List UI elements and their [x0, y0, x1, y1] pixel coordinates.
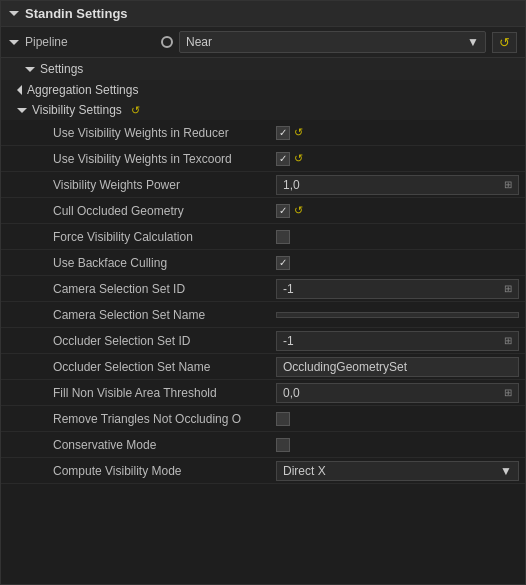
use-visibility-weights-texcoord-value: ↺ — [276, 152, 525, 166]
compute-visibility-dropdown[interactable]: Direct X ▼ — [276, 461, 519, 481]
pipeline-circle-icon — [161, 36, 173, 48]
camera-selection-set-name-label: Camera Selection Set Name — [1, 308, 276, 322]
visibility-weights-power-label: Visibility Weights Power — [1, 178, 276, 192]
visibility-weights-spin-icon: ⊞ — [504, 179, 512, 190]
use-backface-culling-label: Use Backface Culling — [1, 256, 276, 270]
occluder-selection-set-name-value-col: OccludingGeometrySet — [276, 357, 525, 377]
use-visibility-weights-reducer-value: ↺ — [276, 126, 525, 140]
occluder-selection-set-name-row: Occluder Selection Set Name OccludingGeo… — [1, 354, 525, 380]
use-visibility-weights-texcoord-row: Use Visibility Weights in Texcoord ↺ — [1, 146, 525, 172]
occluder-selection-set-name-label: Occluder Selection Set Name — [1, 360, 276, 374]
camera-selection-set-id-input[interactable]: -1 ⊞ — [276, 279, 519, 299]
pipeline-select[interactable]: Near ▼ — [179, 31, 486, 53]
fill-non-visible-area-row: Fill Non Visible Area Threshold 0,0 ⊞ — [1, 380, 525, 406]
conservative-mode-value — [276, 438, 525, 452]
cull-occluded-geometry-label: Cull Occluded Geometry — [1, 204, 276, 218]
panel-title: Standin Settings — [25, 6, 128, 21]
remove-triangles-label: Remove Triangles Not Occluding O — [1, 412, 276, 426]
settings-label: Settings — [40, 62, 83, 76]
remove-triangles-value — [276, 412, 525, 426]
camera-selection-set-id-label: Camera Selection Set ID — [1, 282, 276, 296]
settings-section-header[interactable]: Settings — [1, 58, 525, 80]
use-visibility-texcoord-checkbox[interactable] — [276, 152, 290, 166]
visibility-collapse-icon — [17, 108, 27, 113]
use-visibility-weights-reducer-row: Use Visibility Weights in Reducer ↺ — [1, 120, 525, 146]
visibility-section-header[interactable]: Visibility Settings ↺ — [1, 100, 525, 120]
aggregation-expand-icon — [17, 85, 22, 95]
compute-visibility-dropdown-arrow: ▼ — [500, 464, 512, 478]
force-visibility-calculation-label: Force Visibility Calculation — [1, 230, 276, 244]
pipeline-dropdown-arrow: ▼ — [467, 35, 479, 49]
fill-non-visible-spin-icon: ⊞ — [504, 387, 512, 398]
occluder-selection-set-id-input[interactable]: -1 ⊞ — [276, 331, 519, 351]
aggregation-label: Aggregation Settings — [27, 83, 138, 97]
pipeline-collapse-icon — [9, 40, 19, 45]
conservative-mode-row: Conservative Mode — [1, 432, 525, 458]
use-visibility-texcoord-reset-icon[interactable]: ↺ — [294, 152, 303, 165]
occluder-selection-set-name-input[interactable]: OccludingGeometrySet — [276, 357, 519, 377]
use-visibility-weights-texcoord-label: Use Visibility Weights in Texcoord — [1, 152, 276, 166]
settings-collapse-icon — [25, 67, 35, 72]
camera-selection-set-id-value-col: -1 ⊞ — [276, 279, 525, 299]
occluder-selection-set-id-row: Occluder Selection Set ID -1 ⊞ — [1, 328, 525, 354]
use-visibility-weights-reducer-checkbox[interactable] — [276, 126, 290, 140]
use-visibility-reducer-reset-icon[interactable]: ↺ — [294, 126, 303, 139]
force-visibility-calculation-value — [276, 230, 525, 244]
standin-settings-panel: Standin Settings Pipeline Near ▼ ↺ Setti… — [0, 0, 526, 585]
use-visibility-weights-reducer-label: Use Visibility Weights in Reducer — [1, 126, 276, 140]
compute-visibility-mode-label: Compute Visibility Mode — [1, 464, 276, 478]
cull-occluded-geometry-row: Cull Occluded Geometry ↺ — [1, 198, 525, 224]
camera-selection-set-name-row: Camera Selection Set Name — [1, 302, 525, 328]
compute-visibility-mode-row: Compute Visibility Mode Direct X ▼ — [1, 458, 525, 484]
force-visibility-checkbox[interactable] — [276, 230, 290, 244]
aggregation-section-header[interactable]: Aggregation Settings — [1, 80, 525, 100]
conservative-mode-checkbox[interactable] — [276, 438, 290, 452]
cull-occluded-geometry-value: ↺ — [276, 204, 525, 218]
camera-selection-set-id-row: Camera Selection Set ID -1 ⊞ — [1, 276, 525, 302]
conservative-mode-label: Conservative Mode — [1, 438, 276, 452]
visibility-weights-power-row: Visibility Weights Power 1,0 ⊞ — [1, 172, 525, 198]
cull-occluded-checkbox[interactable] — [276, 204, 290, 218]
cull-occluded-reset-icon[interactable]: ↺ — [294, 204, 303, 217]
fill-non-visible-area-value-col: 0,0 ⊞ — [276, 383, 525, 403]
camera-id-spin-icon: ⊞ — [504, 283, 512, 294]
backface-culling-checkbox[interactable] — [276, 256, 290, 270]
fill-non-visible-area-label: Fill Non Visible Area Threshold — [1, 386, 276, 400]
pipeline-value: Near — [186, 35, 212, 49]
panel-header: Standin Settings — [1, 1, 525, 27]
visibility-reset-icon[interactable]: ↺ — [131, 104, 140, 117]
remove-triangles-row: Remove Triangles Not Occluding O — [1, 406, 525, 432]
force-visibility-calculation-row: Force Visibility Calculation — [1, 224, 525, 250]
occluder-id-spin-icon: ⊞ — [504, 335, 512, 346]
pipeline-label: Pipeline — [25, 35, 155, 49]
visibility-label: Visibility Settings — [32, 103, 122, 117]
use-backface-culling-value — [276, 256, 525, 270]
pipeline-row: Pipeline Near ▼ ↺ — [1, 27, 525, 58]
collapse-icon — [9, 11, 19, 16]
visibility-weights-power-input[interactable]: 1,0 ⊞ — [276, 175, 519, 195]
fill-non-visible-area-input[interactable]: 0,0 ⊞ — [276, 383, 519, 403]
use-backface-culling-row: Use Backface Culling — [1, 250, 525, 276]
compute-visibility-mode-value-col: Direct X ▼ — [276, 461, 525, 481]
remove-triangles-checkbox[interactable] — [276, 412, 290, 426]
pipeline-refresh-button[interactable]: ↺ — [492, 32, 517, 53]
visibility-weights-power-value-col: 1,0 ⊞ — [276, 175, 525, 195]
camera-selection-set-name-value-col — [276, 312, 525, 318]
camera-selection-set-name-input[interactable] — [276, 312, 519, 318]
occluder-selection-set-id-label: Occluder Selection Set ID — [1, 334, 276, 348]
occluder-selection-set-id-value-col: -1 ⊞ — [276, 331, 525, 351]
